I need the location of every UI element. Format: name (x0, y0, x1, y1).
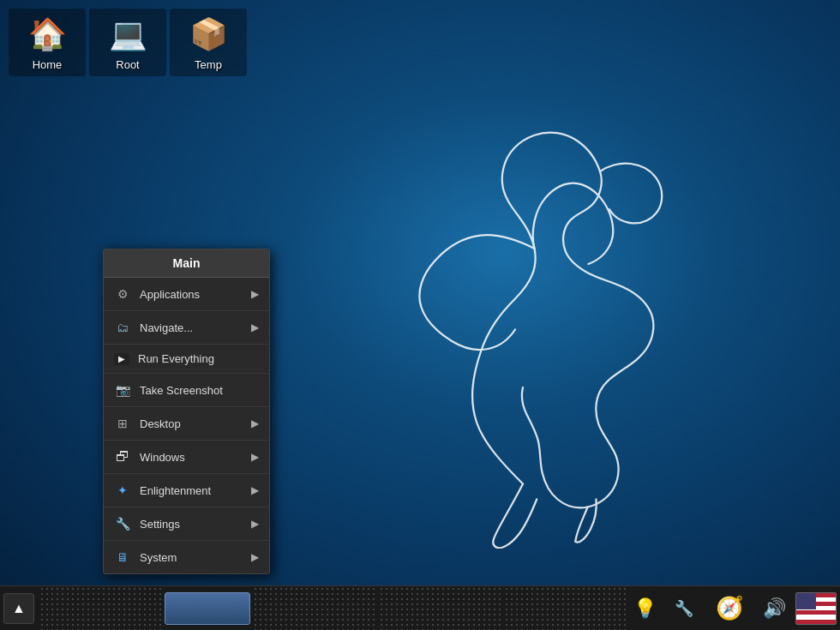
desktop-icon-root[interactable]: 💻 Root (89, 9, 166, 76)
run-icon: ▶ (114, 353, 129, 365)
menu-header: Main (104, 249, 269, 278)
system-arrow: ▶ (251, 551, 259, 563)
settings-arrow: ▶ (251, 518, 259, 530)
menu-item-desktop[interactable]: ⊞ Desktop ▶ (104, 407, 269, 441)
applications-arrow: ▶ (251, 288, 259, 300)
taskbar-flag-widget[interactable] (795, 592, 837, 625)
home-label: Home (33, 58, 63, 71)
menu-item-applications[interactable]: ⚙ Applications ▶ (104, 278, 269, 311)
taskbar-speaker-icon[interactable]: 🔊 (756, 591, 792, 627)
windows-icon: 🗗 (114, 448, 131, 465)
desktop-icons: 🏠 Home 💻 Root 📦 Temp (9, 9, 247, 76)
enlightenment-arrow: ▶ (251, 484, 259, 496)
temp-label: Temp (195, 58, 222, 71)
home-icon: 🏠 (27, 14, 68, 55)
windows-arrow: ▶ (251, 451, 259, 463)
taskbar-right: 💡 🔧 🧭 🔊 (627, 591, 837, 627)
applications-label: Applications (140, 288, 251, 301)
menu-item-system[interactable]: 🖥 System ▶ (104, 541, 269, 573)
taskbar-screwdriver-icon[interactable]: 🔧 (666, 591, 702, 627)
menu-item-settings[interactable]: 🔧 Settings ▶ (104, 507, 269, 541)
taskbar-left: ▲ (3, 593, 34, 624)
taskbar-dot-pattern-4 (504, 586, 627, 630)
root-label: Root (116, 58, 139, 71)
menu-item-windows[interactable]: 🗗 Windows ▶ (104, 441, 269, 474)
taskbar-dot-pattern-2 (253, 586, 375, 630)
desktop-icon-home[interactable]: 🏠 Home (9, 9, 86, 76)
navigate-arrow: ▶ (251, 321, 259, 333)
applications-icon: ⚙ (114, 285, 131, 303)
taskbar-apps (39, 586, 627, 630)
menu-item-navigate[interactable]: 🗂 Navigate... ▶ (104, 311, 269, 345)
windows-label: Windows (140, 451, 251, 464)
system-icon: 🖥 (114, 549, 131, 566)
desktop-menu-icon: ⊞ (114, 415, 131, 432)
context-menu: Main ⚙ Applications ▶ 🗂 Navigate... ▶ ▶ … (103, 249, 270, 574)
taskbar-up-button[interactable]: ▲ (3, 593, 34, 624)
root-icon: 💻 (107, 14, 148, 55)
screenshot-icon: 📷 (114, 381, 131, 399)
menu-item-take-screenshot[interactable]: 📷 Take Screenshot (104, 374, 269, 407)
navigate-label: Navigate... (140, 321, 251, 334)
system-label: System (140, 551, 251, 564)
desktop-icon-temp[interactable]: 📦 Temp (170, 9, 247, 76)
taskbar-compass-icon[interactable]: 🧭 (705, 591, 753, 627)
menu-item-enlightenment[interactable]: ✦ Enlightenment ▶ (104, 474, 269, 507)
menu-item-run-everything[interactable]: ▶ Run Everything (104, 345, 269, 374)
taskbar-active-app[interactable] (165, 592, 250, 625)
taskbar-dot-pattern-1 (39, 586, 162, 630)
taskbar-bulb-icon[interactable]: 💡 (627, 591, 663, 627)
run-label: Run Everything (138, 352, 259, 365)
settings-icon: 🔧 (114, 515, 131, 532)
taskbar-dot-pattern-3 (379, 586, 501, 630)
temp-icon: 📦 (188, 14, 229, 55)
enlightenment-label: Enlightenment (140, 484, 251, 497)
screenshot-label: Take Screenshot (140, 384, 259, 397)
navigate-icon: 🗂 (114, 319, 131, 336)
desktop-arrow: ▶ (251, 417, 259, 429)
taskbar: ▲ 💡 🔧 🧭 🔊 (0, 585, 840, 630)
desktop-menu-label: Desktop (140, 417, 251, 430)
enlightenment-icon: ✦ (114, 482, 131, 499)
settings-label: Settings (140, 518, 251, 531)
up-arrow-icon: ▲ (12, 601, 26, 616)
